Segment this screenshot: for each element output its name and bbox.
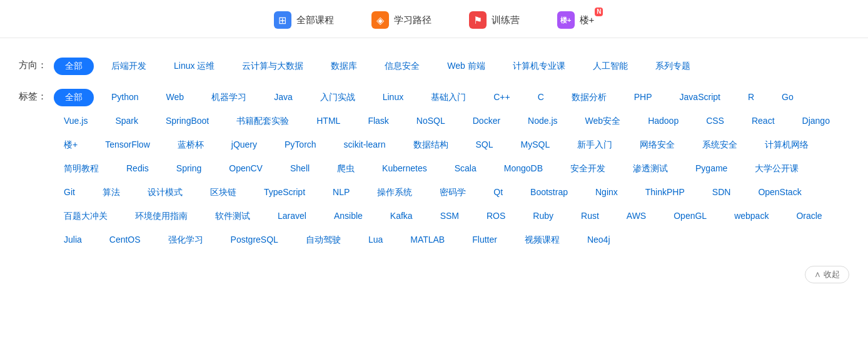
tag-item-tag-netsec[interactable]: 网络安全 <box>630 136 685 154</box>
tag-item-tag-web[interactable]: Web <box>156 89 194 106</box>
tag-item-tag-linux[interactable]: Linux <box>373 89 413 106</box>
tag-item-tag-dp[interactable]: 设计模式 <box>138 184 193 201</box>
tag-item-tag-lanqiao[interactable]: 蓝桥杯 <box>168 136 214 154</box>
tag-item-tag-crypto[interactable]: 密码学 <box>430 184 476 201</box>
tag-item-tag-os[interactable]: 操作系统 <box>367 184 422 201</box>
tag-item-tag-ds[interactable]: 数据结构 <box>403 136 458 154</box>
tag-item-tag-sklearn[interactable]: scikit-learn <box>334 136 396 154</box>
tag-item-tag-qt[interactable]: Qt <box>483 184 513 201</box>
tag-item-tag-django[interactable]: Django <box>792 113 840 130</box>
tag-item-tag-redis[interactable]: Redis <box>116 160 159 178</box>
tag-item-tag-basic[interactable]: 基础入门 <box>421 89 476 106</box>
tag-item-tag-intro[interactable]: 入门实战 <box>310 89 365 106</box>
tag-item-tag-sql[interactable]: SQL <box>466 136 503 154</box>
direction-tag-dir-db[interactable]: 数据库 <box>321 58 367 75</box>
tag-item-tag-autodrive[interactable]: 自动驾驶 <box>296 231 351 249</box>
tag-item-tag-springboot[interactable]: SpringBoot <box>156 113 219 130</box>
tag-item-tag-simple[interactable]: 简明教程 <box>54 160 109 178</box>
tag-item-tag-nginx[interactable]: Nginx <box>585 184 628 201</box>
tag-item-tag-nosql[interactable]: NoSQL <box>406 113 455 130</box>
tag-item-tag-git[interactable]: Git <box>54 184 85 201</box>
tag-item-tag-centos[interactable]: CentOS <box>99 231 151 249</box>
nav-lou-plus[interactable]: 楼+ 楼+ N <box>557 11 595 29</box>
tag-item-tag-secdev[interactable]: 安全开发 <box>560 160 615 178</box>
tag-item-tag-mooc[interactable]: 大学公开课 <box>745 160 809 178</box>
tag-item-tag-html[interactable]: HTML <box>306 113 350 130</box>
tag-item-tag-bootstrap[interactable]: Bootstrap <box>520 184 578 201</box>
collapse-button[interactable]: ∧ 收起 <box>805 266 849 283</box>
tag-item-tag-testing[interactable]: 软件测试 <box>205 208 260 225</box>
tag-item-tag-openstack[interactable]: OpenStack <box>748 184 811 201</box>
tag-item-tag-flutter[interactable]: Flutter <box>462 231 507 249</box>
tag-item-tag-aws[interactable]: AWS <box>617 208 656 225</box>
direction-tag-dir-security[interactable]: 信息安全 <box>375 58 430 75</box>
tag-item-tag-oracle[interactable]: Oracle <box>786 208 832 225</box>
tag-item-tag-blockchain[interactable]: 区块链 <box>200 184 246 201</box>
tag-item-tag-scala[interactable]: Scala <box>445 160 487 178</box>
tag-item-tag-shell[interactable]: Shell <box>280 160 320 178</box>
tag-item-tag-opencv[interactable]: OpenCV <box>219 160 273 178</box>
tag-item-tag-websec[interactable]: Web安全 <box>575 113 631 130</box>
tag-item-tag-video[interactable]: 视频课程 <box>515 231 570 249</box>
tag-item-tag-all[interactable]: 全部 <box>54 89 94 106</box>
tag-item-tag-sdn[interactable]: SDN <box>702 184 741 201</box>
tag-item-tag-ssm[interactable]: SSM <box>430 208 469 225</box>
tag-item-tag-ml[interactable]: 机器学习 <box>201 89 256 106</box>
direction-tag-dir-linux[interactable]: Linux 运维 <box>164 58 225 75</box>
tag-item-tag-opengl[interactable]: OpenGL <box>664 208 717 225</box>
tag-item-tag-vuejs[interactable]: Vue.js <box>54 113 98 130</box>
tag-item-tag-k8s[interactable]: Kubernetes <box>372 160 437 178</box>
tag-item-tag-jquery[interactable]: jQuery <box>221 136 267 154</box>
tag-item-tag-syssec[interactable]: 系统安全 <box>692 136 747 154</box>
tag-item-tag-spark[interactable]: Spark <box>105 113 148 130</box>
tag-item-tag-algo[interactable]: 算法 <box>93 184 130 201</box>
tag-item-tag-php[interactable]: PHP <box>624 89 662 106</box>
tag-item-tag-nlp[interactable]: NLP <box>323 184 360 201</box>
tag-item-tag-pentest[interactable]: 渗透测试 <box>623 160 678 178</box>
tag-item-tag-pytorch[interactable]: PyTorch <box>275 136 326 154</box>
tag-item-tag-book[interactable]: 书籍配套实验 <box>226 113 299 130</box>
direction-tag-dir-all[interactable]: 全部 <box>54 58 94 75</box>
tag-item-tag-neo4j[interactable]: Neo4j <box>577 231 620 249</box>
nav-training-camp[interactable]: ⚑ 训练营 <box>469 11 520 29</box>
direction-tag-dir-web[interactable]: Web 前端 <box>437 58 495 75</box>
direction-tag-dir-cs[interactable]: 计算机专业课 <box>503 58 575 75</box>
tag-item-tag-flask[interactable]: Flask <box>358 113 398 130</box>
tag-item-tag-da[interactable]: 数据分析 <box>562 89 617 106</box>
tag-item-tag-spring[interactable]: Spring <box>166 160 211 178</box>
tag-item-tag-cpp[interactable]: C++ <box>483 89 520 106</box>
tag-item-tag-r[interactable]: R <box>738 89 764 106</box>
tag-item-tag-network[interactable]: 计算机网络 <box>755 136 819 154</box>
tag-item-tag-newbie[interactable]: 新手入门 <box>567 136 622 154</box>
nav-learning-path[interactable]: ◈ 学习路径 <box>371 11 431 29</box>
direction-tag-dir-series[interactable]: 系列专题 <box>645 58 700 75</box>
tag-item-tag-lua[interactable]: Lua <box>358 231 393 249</box>
tag-item-tag-mysql[interactable]: MySQL <box>511 136 560 154</box>
direction-tag-dir-cloud[interactable]: 云计算与大数据 <box>232 58 313 75</box>
tag-item-tag-100q[interactable]: 百题大冲关 <box>54 208 118 225</box>
tag-item-tag-webpack[interactable]: webpack <box>724 208 779 225</box>
tag-item-tag-thinkphp[interactable]: ThinkPHP <box>635 184 695 201</box>
tag-item-tag-laravel[interactable]: Laravel <box>268 208 316 225</box>
tag-item-tag-ts[interactable]: TypeScript <box>254 184 315 201</box>
tag-item-tag-python[interactable]: Python <box>101 89 149 106</box>
tag-item-tag-css[interactable]: CSS <box>696 113 734 130</box>
tag-item-tag-mongodb[interactable]: MongoDB <box>494 160 553 178</box>
tag-item-tag-hadoop[interactable]: Hadoop <box>638 113 689 130</box>
tag-item-tag-ansible[interactable]: Ansible <box>324 208 373 225</box>
tag-item-tag-kafka[interactable]: Kafka <box>380 208 423 225</box>
tag-item-tag-java[interactable]: Java <box>264 89 303 106</box>
tag-item-tag-ruby[interactable]: Ruby <box>523 208 563 225</box>
tag-item-tag-tensorflow[interactable]: TensorFlow <box>95 136 160 154</box>
tag-item-tag-spider[interactable]: 爬虫 <box>327 160 365 178</box>
direction-tag-dir-backend[interactable]: 后端开发 <box>101 58 156 75</box>
tag-item-tag-js[interactable]: JavaScript <box>670 89 730 106</box>
direction-tag-dir-ai[interactable]: 人工智能 <box>583 58 638 75</box>
tag-item-tag-pygame[interactable]: Pygame <box>685 160 737 178</box>
tag-item-tag-envguide[interactable]: 环境使用指南 <box>125 208 198 225</box>
tag-item-tag-rl[interactable]: 强化学习 <box>158 231 213 249</box>
tag-item-tag-louplus[interactable]: 楼+ <box>54 136 88 154</box>
tag-item-tag-docker[interactable]: Docker <box>463 113 510 130</box>
tag-item-tag-ros[interactable]: ROS <box>477 208 515 225</box>
tag-item-tag-go[interactable]: Go <box>772 89 804 106</box>
